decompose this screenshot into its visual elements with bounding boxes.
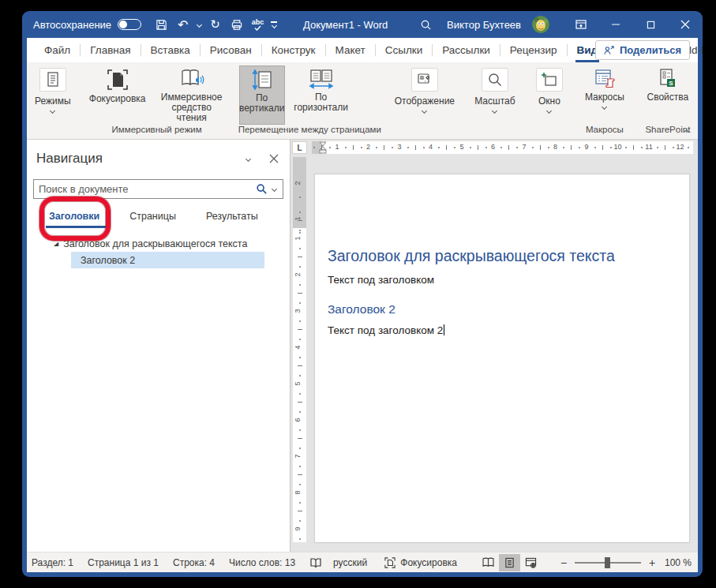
zoom-out-button[interactable]: −	[559, 556, 568, 569]
navigation-title: Навигация	[36, 151, 246, 167]
ruler-tick	[392, 147, 393, 148]
doc-heading-1[interactable]: Заголовок для раскрывающегося текста	[328, 247, 673, 265]
indent-markers-icon[interactable]	[318, 141, 328, 154]
nav-tab-Страницы[interactable]: Страницы	[129, 211, 176, 228]
ribbon-display-options-icon[interactable]	[564, 11, 598, 38]
document-title: Документ1 - Word	[303, 11, 388, 38]
zoom-button[interactable]: Масштаб	[469, 66, 521, 125]
doc-paragraph-2[interactable]: Текст под заголовком 2	[328, 324, 673, 336]
tab-stop-selector[interactable]: L	[292, 141, 307, 154]
ruler-tick	[657, 147, 658, 148]
customize-qat-icon[interactable]	[268, 14, 279, 35]
nav-tab-Результаты[interactable]: Результаты	[206, 211, 258, 228]
ruler-tick	[548, 147, 549, 148]
ruler-tick	[602, 145, 603, 150]
horizontal-ruler[interactable]: 123456789101112	[312, 141, 693, 154]
horizontal-button[interactable]: По горизонтали	[285, 66, 358, 125]
avatar[interactable]	[532, 16, 549, 33]
nav-close-icon[interactable]	[269, 154, 279, 163]
zoom-percentage[interactable]: 100 %	[665, 557, 692, 568]
ribbon: Режимы Фокусировка	[27, 62, 698, 140]
zoom-slider[interactable]	[575, 562, 641, 564]
nav-heading-tree: ◢Заголовок для раскрывающегося текстаЗаг…	[27, 235, 290, 268]
vertical-icon	[250, 69, 274, 91]
modes-button[interactable]: Режимы	[31, 66, 75, 125]
ruler-number: 11	[645, 143, 652, 151]
vertical-button[interactable]: По вертикали	[239, 66, 285, 125]
save-icon[interactable]	[151, 14, 172, 35]
print-layout-icon[interactable]	[499, 554, 520, 571]
properties-button[interactable]: S Свойства	[639, 66, 696, 125]
ruler-number: 2	[366, 143, 370, 151]
tab-Конструк[interactable]: Конструк	[262, 38, 325, 62]
ruler-tick	[299, 357, 301, 358]
status-page[interactable]: Страница 1 из 1	[88, 557, 159, 568]
status-line[interactable]: Строка: 4	[173, 557, 215, 568]
nav-search-dropdown-icon[interactable]	[272, 186, 277, 192]
status-language[interactable]: русский	[333, 557, 367, 568]
ruler-number: 4	[294, 345, 302, 349]
group-label-macros: Макросы	[574, 125, 635, 139]
ruler-tick	[423, 147, 425, 148]
window-button[interactable]: Окно	[529, 66, 570, 125]
tab-Ссылки[interactable]: Ссылки	[376, 38, 433, 62]
maximize-button[interactable]	[633, 11, 668, 38]
read-mode-icon[interactable]	[478, 554, 499, 571]
tab-Главная[interactable]: Главная	[81, 38, 140, 62]
group-label-sharepoint: SharePoint	[635, 125, 700, 139]
ruler-tick	[298, 402, 302, 403]
nav-tree-item[interactable]: ◢Заголовок для раскрывающегося текста	[27, 235, 290, 252]
undo-icon[interactable]: ↶	[172, 14, 193, 35]
status-section[interactable]: Раздел: 1	[32, 557, 73, 568]
zoom-slider-thumb[interactable]	[605, 557, 610, 568]
group-page-movement: По вертикали По горизонтали Перемещение …	[235, 64, 384, 139]
ruler-number: 7	[294, 454, 302, 458]
user-name[interactable]: Виктор Бухтеев	[447, 19, 521, 31]
display-button[interactable]: Отображение	[388, 66, 461, 125]
nav-tree-item-label: Заголовок для раскрывающегося текста	[63, 238, 247, 249]
tab-Вставка[interactable]: Вставка	[141, 38, 200, 62]
nav-options-chevron-icon[interactable]	[246, 155, 251, 161]
ruler-tick	[299, 302, 301, 304]
close-button[interactable]	[668, 11, 703, 38]
spelling-icon[interactable]: abc	[247, 14, 268, 35]
collapse-triangle-icon[interactable]: ◢	[54, 240, 58, 246]
share-icon	[604, 45, 615, 55]
ruler-tick	[407, 147, 409, 148]
nav-search-input[interactable]	[34, 183, 249, 195]
focus-button[interactable]: Фокусировка	[83, 66, 152, 125]
ruler-tick	[299, 248, 301, 249]
ruler-number: 7	[522, 143, 526, 151]
tab-Макет[interactable]: Макет	[326, 38, 375, 62]
ruler-number: 4	[429, 143, 433, 151]
ruler-tick	[329, 147, 331, 148]
redo-icon[interactable]: ↻	[204, 14, 226, 35]
tab-Файл[interactable]: Файл	[35, 38, 80, 62]
minimize-button[interactable]	[598, 11, 633, 38]
immersive-reader-button[interactable]: Иммерсивное средство чтения	[152, 66, 231, 125]
tab-Рецензир[interactable]: Рецензир	[500, 38, 567, 62]
doc-heading-2[interactable]: Заголовок 2	[328, 302, 673, 316]
proofing-icon[interactable]	[309, 557, 322, 568]
zoom-in-button[interactable]: +	[647, 556, 657, 569]
ruler-tick	[299, 448, 301, 449]
share-button[interactable]: Поделиться	[595, 40, 690, 60]
doc-paragraph-1[interactable]: Текст под заголовком	[328, 274, 673, 286]
group-label-immersive: Иммерсивный режим	[79, 125, 235, 139]
print-icon[interactable]	[226, 14, 247, 35]
nav-tab-Заголовки[interactable]: Заголовки	[49, 211, 99, 228]
document-page[interactable]: Заголовок для раскрывающегося текста Тек…	[315, 174, 689, 542]
undo-dropdown-icon[interactable]	[193, 14, 204, 35]
web-layout-icon[interactable]	[520, 554, 542, 571]
search-icon[interactable]	[412, 11, 439, 38]
macros-button[interactable]: Макросы	[578, 66, 632, 125]
vertical-ruler[interactable]: 21123456789	[293, 157, 306, 542]
tab-Рисован[interactable]: Рисован	[201, 38, 261, 62]
nav-search-icon[interactable]	[256, 183, 268, 195]
ruler-tick	[299, 230, 301, 231]
nav-tree-item[interactable]: Заголовок 2	[71, 252, 264, 268]
status-words[interactable]: Число слов: 13	[229, 557, 295, 568]
status-focus-button[interactable]: Фокусировка	[384, 557, 457, 568]
autosave-toggle[interactable]	[118, 19, 141, 30]
tab-Рассылки[interactable]: Рассылки	[433, 38, 500, 62]
